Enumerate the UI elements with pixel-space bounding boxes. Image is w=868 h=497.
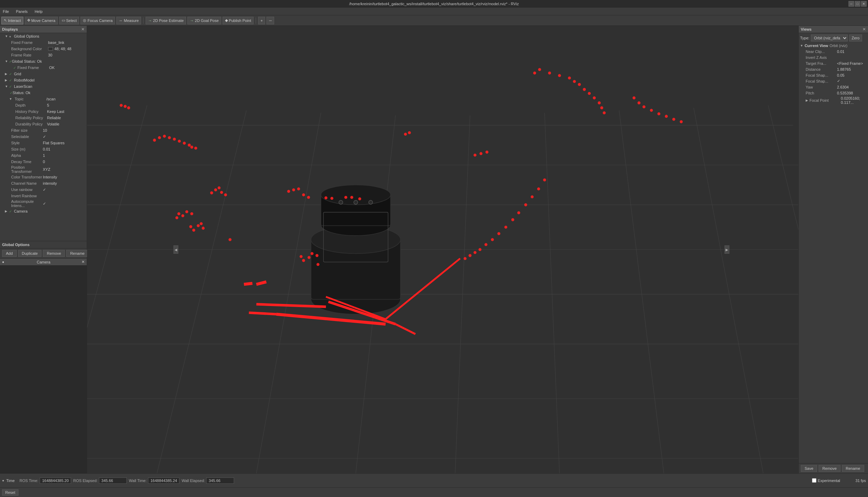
laser-rainbow-row: Use rainbow ✓ [0,186,87,193]
views-close-btn[interactable]: ✕ [862,27,866,32]
plus-icon: + [261,18,263,23]
camera-row[interactable]: ▶ ✓ Camera [0,208,87,214]
collapse-right-arrow[interactable]: ▶ [724,245,729,254]
displays-close-btn[interactable]: ✕ [81,27,85,32]
fixed-frame-value: base_link [48,40,87,45]
near-clip-label: Near Clip... [806,49,837,54]
focal-point-row[interactable]: ▶ Focal Point 0.0205160; 0.117... [800,96,867,105]
laser-status-row: ✓ Status: Ok [0,90,87,96]
laser-history-label: History Policy [14,109,47,114]
pose-estimate-btn[interactable]: → 2D Pose Estimate [146,17,186,24]
laser-topic-header[interactable]: ▼ Topic /scan [0,96,87,102]
laser-style-row: Style Flat Squares [0,140,87,146]
current-view-arrow: ▼ [800,44,803,47]
global-options-row[interactable]: ▼ ● Global Options [0,33,87,39]
svg-point-118 [300,255,303,258]
wall-time-group: Wall Time: 1648844385.24 [129,477,179,484]
svg-point-84 [297,188,300,191]
svg-point-54 [168,136,171,139]
svg-point-94 [486,151,489,154]
menu-panels[interactable]: Panels [15,9,29,14]
robot-model-row[interactable]: ▶ ✓ RobotModel [0,77,87,83]
laser-scan-row[interactable]: ▼ ✓ LaserScan [0,83,87,90]
menu-help[interactable]: Help [33,9,44,14]
camera-panel-close[interactable]: ✕ [82,260,85,264]
svg-point-86 [307,196,310,199]
laser-color-label: Color Transformer [10,175,43,179]
window-controls: ─ □ ✕ [848,1,867,7]
current-view-header[interactable]: ▼ Current View Orbit (rviz) [800,43,867,48]
svg-point-62 [124,105,127,108]
grid-row[interactable]: ▶ ✓ Grid [0,71,87,77]
bg-color-label: Background Color [10,47,48,51]
svg-point-38 [588,92,591,95]
svg-point-104 [464,257,467,260]
minus-btn[interactable]: ─ [266,17,274,24]
duplicate-btn[interactable]: Duplicate [18,250,42,257]
svg-point-117 [543,178,546,182]
svg-point-28 [354,200,358,204]
select-btn[interactable]: ▭ Select [59,17,79,24]
views-remove-btn[interactable]: Remove [819,465,840,472]
goal-pose-btn[interactable]: → 2D Goal Pose [187,17,221,24]
experimental-checkbox[interactable] [812,478,816,483]
laser-alpha-row: Alpha 1 [0,152,87,159]
svg-point-56 [178,140,181,143]
svg-point-76 [200,222,203,225]
svg-point-39 [593,97,596,100]
svg-point-105 [468,254,472,257]
laser-auto-row: Autocompute Intens... ✓ [0,199,87,208]
svg-point-82 [287,190,290,193]
focal-shape2-value: ✓ [837,79,840,83]
maximize-btn[interactable]: □ [855,1,860,7]
svg-point-47 [657,112,660,115]
svg-point-107 [479,248,482,251]
minimize-btn[interactable]: ─ [848,1,854,7]
svg-point-55 [173,138,176,141]
views-type-select[interactable]: Orbit (rviz_defa [811,35,848,41]
bg-color-row: Background Color 48; 48; 48 [0,46,87,52]
views-rename-btn[interactable]: Rename [842,465,864,472]
focal-shape2-row: Focal Shap... ✓ [800,78,867,84]
wall-time-value: 1648844385.24 [148,477,179,484]
focal-shape1-row: Focal Shap... 0.05 [800,72,867,78]
center-3d-view[interactable]: ◀ ▶ [87,26,798,473]
svg-point-40 [598,101,601,105]
svg-point-44 [637,101,641,105]
svg-point-89 [344,196,348,199]
displays-tree[interactable]: ▼ ● Global Options Fixed Frame base_link… [0,33,87,241]
publish-point-label: Publish Point [229,18,251,23]
add-btn[interactable]: Add [2,250,17,257]
close-btn[interactable]: ✕ [861,1,867,7]
svg-point-109 [491,238,494,241]
measure-btn[interactable]: ↔ Measure [116,17,141,24]
pitch-label: Pitch [806,91,837,95]
collapse-left-arrow[interactable]: ◀ [173,245,178,254]
views-save-btn[interactable]: Save [801,465,817,472]
reset-btn[interactable]: Reset [2,489,18,496]
camera-panel-title: Camera [37,260,50,264]
measure-icon: ↔ [119,18,123,23]
focus-camera-btn[interactable]: ◎ Focus Camera [80,17,115,24]
svg-point-88 [331,197,334,200]
global-fixed-value: OK [49,66,87,70]
svg-point-64 [404,133,407,136]
global-status-row[interactable]: ▼ ✓ Global Status: Ok [0,58,87,64]
laser-color-value: Intensity [43,175,87,179]
move-camera-btn[interactable]: ✥ Move Camera [25,17,58,24]
bg-color-swatch[interactable] [48,47,53,51]
interact-btn[interactable]: ↖ Interact [1,17,23,24]
goal-icon: → [190,18,194,23]
publish-point-btn[interactable]: ◆ Publish Point [223,17,254,24]
svg-point-46 [650,109,653,112]
plus-btn[interactable]: + [258,17,265,24]
svg-point-50 [680,120,683,123]
views-zero-btn[interactable]: Zero [849,35,862,41]
remove-btn[interactable]: Remove [43,250,65,257]
menu-file[interactable]: File [1,9,10,14]
laser-scan-arrow: ▼ [5,85,9,88]
target-frame-label: Target Fra... [806,61,837,66]
rename-btn[interactable]: Rename [66,250,88,257]
svg-point-113 [517,211,520,214]
svg-point-80 [189,225,192,228]
